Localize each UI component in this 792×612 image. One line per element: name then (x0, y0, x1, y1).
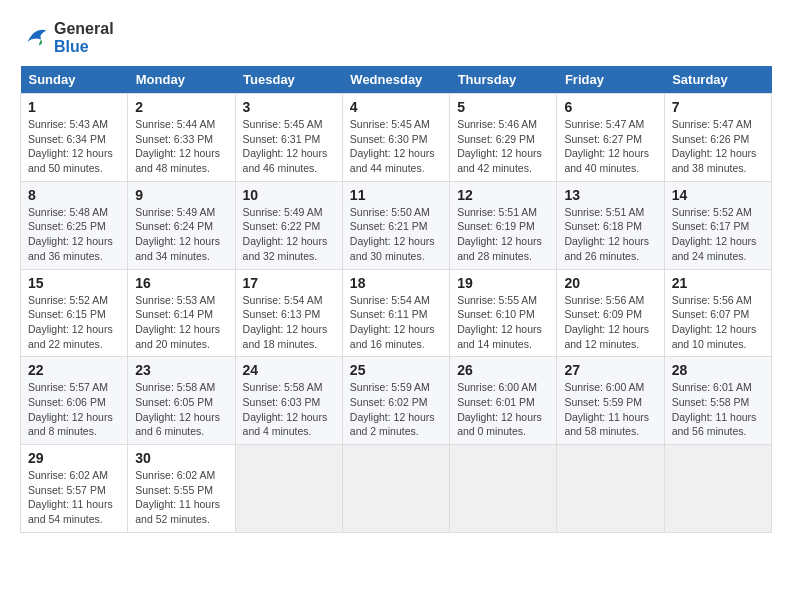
weekday-header-row: SundayMondayTuesdayWednesdayThursdayFrid… (21, 66, 772, 94)
daylight-hours: Daylight: 12 hours and 30 minutes. (350, 235, 435, 262)
logo: General Blue (20, 20, 114, 56)
calendar-day-cell: 27 Sunrise: 6:00 AM Sunset: 5:59 PM Dayl… (557, 357, 664, 445)
sunset-time: Sunset: 6:13 PM (243, 308, 321, 320)
day-info: Sunrise: 5:54 AM Sunset: 6:11 PM Dayligh… (350, 293, 442, 352)
daylight-hours: Daylight: 12 hours and 0 minutes. (457, 411, 542, 438)
weekday-header: Wednesday (342, 66, 449, 94)
calendar-day-cell: 8 Sunrise: 5:48 AM Sunset: 6:25 PM Dayli… (21, 181, 128, 269)
day-info: Sunrise: 5:56 AM Sunset: 6:07 PM Dayligh… (672, 293, 764, 352)
day-number: 20 (564, 275, 656, 291)
empty-cell (342, 445, 449, 533)
day-number: 18 (350, 275, 442, 291)
calendar-day-cell: 13 Sunrise: 5:51 AM Sunset: 6:18 PM Dayl… (557, 181, 664, 269)
day-info: Sunrise: 5:49 AM Sunset: 6:22 PM Dayligh… (243, 205, 335, 264)
calendar-day-cell: 23 Sunrise: 5:58 AM Sunset: 6:05 PM Dayl… (128, 357, 235, 445)
day-number: 2 (135, 99, 227, 115)
calendar-table: SundayMondayTuesdayWednesdayThursdayFrid… (20, 66, 772, 533)
sunset-time: Sunset: 6:34 PM (28, 133, 106, 145)
sunrise-time: Sunrise: 5:57 AM (28, 381, 108, 393)
sunset-time: Sunset: 5:59 PM (564, 396, 642, 408)
empty-cell (664, 445, 771, 533)
calendar-day-cell: 28 Sunrise: 6:01 AM Sunset: 5:58 PM Dayl… (664, 357, 771, 445)
sunrise-time: Sunrise: 5:49 AM (135, 206, 215, 218)
sunset-time: Sunset: 6:17 PM (672, 220, 750, 232)
daylight-hours: Daylight: 12 hours and 46 minutes. (243, 147, 328, 174)
calendar-day-cell: 4 Sunrise: 5:45 AM Sunset: 6:30 PM Dayli… (342, 94, 449, 182)
day-number: 22 (28, 362, 120, 378)
day-number: 11 (350, 187, 442, 203)
day-number: 27 (564, 362, 656, 378)
day-info: Sunrise: 5:58 AM Sunset: 6:03 PM Dayligh… (243, 380, 335, 439)
daylight-hours: Daylight: 12 hours and 44 minutes. (350, 147, 435, 174)
weekday-header: Monday (128, 66, 235, 94)
daylight-hours: Daylight: 12 hours and 50 minutes. (28, 147, 113, 174)
sunrise-time: Sunrise: 5:43 AM (28, 118, 108, 130)
sunrise-time: Sunrise: 5:59 AM (350, 381, 430, 393)
sunset-time: Sunset: 6:10 PM (457, 308, 535, 320)
day-number: 16 (135, 275, 227, 291)
sunrise-time: Sunrise: 6:02 AM (28, 469, 108, 481)
sunrise-time: Sunrise: 5:47 AM (672, 118, 752, 130)
day-info: Sunrise: 5:51 AM Sunset: 6:19 PM Dayligh… (457, 205, 549, 264)
day-number: 14 (672, 187, 764, 203)
daylight-hours: Daylight: 12 hours and 42 minutes. (457, 147, 542, 174)
day-number: 25 (350, 362, 442, 378)
sunrise-time: Sunrise: 6:00 AM (564, 381, 644, 393)
sunrise-time: Sunrise: 5:53 AM (135, 294, 215, 306)
day-info: Sunrise: 6:02 AM Sunset: 5:57 PM Dayligh… (28, 468, 120, 527)
calendar-week-row: 15 Sunrise: 5:52 AM Sunset: 6:15 PM Dayl… (21, 269, 772, 357)
sunrise-time: Sunrise: 5:47 AM (564, 118, 644, 130)
day-info: Sunrise: 6:00 AM Sunset: 6:01 PM Dayligh… (457, 380, 549, 439)
sunrise-time: Sunrise: 5:45 AM (350, 118, 430, 130)
day-info: Sunrise: 5:55 AM Sunset: 6:10 PM Dayligh… (457, 293, 549, 352)
calendar-day-cell: 24 Sunrise: 5:58 AM Sunset: 6:03 PM Dayl… (235, 357, 342, 445)
calendar-day-cell: 6 Sunrise: 5:47 AM Sunset: 6:27 PM Dayli… (557, 94, 664, 182)
day-info: Sunrise: 5:59 AM Sunset: 6:02 PM Dayligh… (350, 380, 442, 439)
daylight-hours: Daylight: 12 hours and 36 minutes. (28, 235, 113, 262)
daylight-hours: Daylight: 12 hours and 38 minutes. (672, 147, 757, 174)
daylight-hours: Daylight: 12 hours and 14 minutes. (457, 323, 542, 350)
sunset-time: Sunset: 6:19 PM (457, 220, 535, 232)
weekday-header: Tuesday (235, 66, 342, 94)
daylight-hours: Daylight: 11 hours and 54 minutes. (28, 498, 113, 525)
sunset-time: Sunset: 6:30 PM (350, 133, 428, 145)
day-number: 29 (28, 450, 120, 466)
calendar-day-cell: 18 Sunrise: 5:54 AM Sunset: 6:11 PM Dayl… (342, 269, 449, 357)
day-number: 28 (672, 362, 764, 378)
daylight-hours: Daylight: 12 hours and 10 minutes. (672, 323, 757, 350)
day-number: 7 (672, 99, 764, 115)
day-info: Sunrise: 5:54 AM Sunset: 6:13 PM Dayligh… (243, 293, 335, 352)
day-info: Sunrise: 5:52 AM Sunset: 6:17 PM Dayligh… (672, 205, 764, 264)
day-number: 30 (135, 450, 227, 466)
calendar-day-cell: 12 Sunrise: 5:51 AM Sunset: 6:19 PM Dayl… (450, 181, 557, 269)
day-info: Sunrise: 5:45 AM Sunset: 6:31 PM Dayligh… (243, 117, 335, 176)
daylight-hours: Daylight: 12 hours and 6 minutes. (135, 411, 220, 438)
calendar-day-cell: 14 Sunrise: 5:52 AM Sunset: 6:17 PM Dayl… (664, 181, 771, 269)
day-number: 6 (564, 99, 656, 115)
daylight-hours: Daylight: 12 hours and 12 minutes. (564, 323, 649, 350)
sunset-time: Sunset: 6:14 PM (135, 308, 213, 320)
day-number: 10 (243, 187, 335, 203)
daylight-hours: Daylight: 12 hours and 2 minutes. (350, 411, 435, 438)
day-number: 21 (672, 275, 764, 291)
calendar-day-cell: 26 Sunrise: 6:00 AM Sunset: 6:01 PM Dayl… (450, 357, 557, 445)
day-number: 8 (28, 187, 120, 203)
sunset-time: Sunset: 6:01 PM (457, 396, 535, 408)
daylight-hours: Daylight: 12 hours and 22 minutes. (28, 323, 113, 350)
sunrise-time: Sunrise: 6:02 AM (135, 469, 215, 481)
daylight-hours: Daylight: 11 hours and 52 minutes. (135, 498, 220, 525)
day-number: 4 (350, 99, 442, 115)
sunset-time: Sunset: 6:27 PM (564, 133, 642, 145)
sunrise-time: Sunrise: 5:56 AM (672, 294, 752, 306)
weekday-header: Friday (557, 66, 664, 94)
empty-cell (450, 445, 557, 533)
sunrise-time: Sunrise: 5:52 AM (672, 206, 752, 218)
daylight-hours: Daylight: 11 hours and 56 minutes. (672, 411, 757, 438)
sunrise-time: Sunrise: 5:51 AM (457, 206, 537, 218)
sunset-time: Sunset: 6:26 PM (672, 133, 750, 145)
day-info: Sunrise: 5:49 AM Sunset: 6:24 PM Dayligh… (135, 205, 227, 264)
daylight-hours: Daylight: 12 hours and 16 minutes. (350, 323, 435, 350)
day-number: 23 (135, 362, 227, 378)
sunset-time: Sunset: 6:07 PM (672, 308, 750, 320)
daylight-hours: Daylight: 12 hours and 24 minutes. (672, 235, 757, 262)
